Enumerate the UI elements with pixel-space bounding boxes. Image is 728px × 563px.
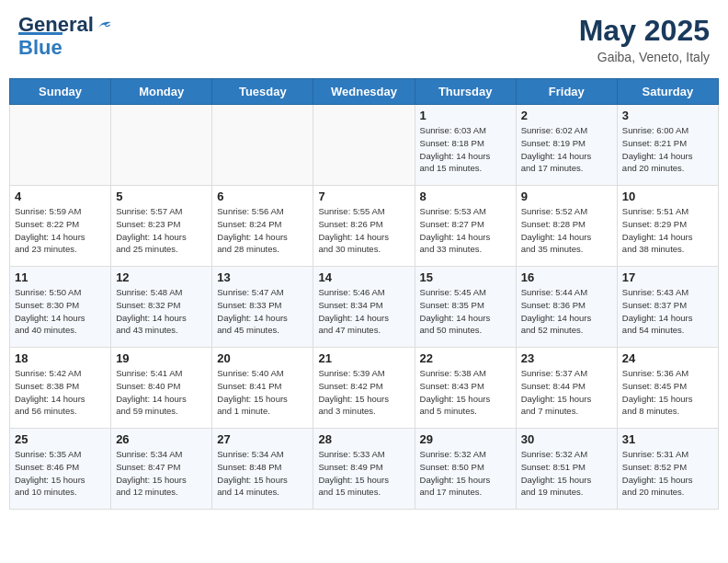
day-info: Sunrise: 5:45 AM Sunset: 8:35 PM Dayligh…	[420, 286, 511, 337]
day-number: 31	[622, 432, 713, 446]
day-number: 26	[116, 432, 207, 446]
calendar-cell: 30Sunrise: 5:32 AM Sunset: 8:51 PM Dayli…	[516, 429, 617, 510]
calendar-cell: 2Sunrise: 6:02 AM Sunset: 8:19 PM Daylig…	[516, 105, 617, 186]
day-header-wednesday: Wednesday	[313, 79, 415, 105]
calendar-cell	[111, 105, 212, 186]
day-info: Sunrise: 5:32 AM Sunset: 8:51 PM Dayligh…	[521, 448, 612, 499]
calendar-cell: 17Sunrise: 5:43 AM Sunset: 8:37 PM Dayli…	[617, 267, 718, 348]
day-number: 4	[15, 190, 106, 203]
day-number: 13	[217, 270, 308, 284]
day-number: 24	[622, 351, 713, 365]
logo: General Blue	[18, 14, 112, 60]
calendar-cell: 21Sunrise: 5:39 AM Sunset: 8:42 PM Dayli…	[313, 348, 415, 429]
logo-bird-icon	[96, 17, 112, 33]
calendar-cell	[212, 105, 313, 186]
calendar-cell: 20Sunrise: 5:40 AM Sunset: 8:41 PM Dayli…	[212, 348, 313, 429]
calendar-cell: 19Sunrise: 5:41 AM Sunset: 8:40 PM Dayli…	[111, 348, 212, 429]
day-info: Sunrise: 5:52 AM Sunset: 8:28 PM Dayligh…	[521, 205, 612, 256]
calendar-cell: 14Sunrise: 5:46 AM Sunset: 8:34 PM Dayli…	[313, 267, 415, 348]
calendar-cell: 15Sunrise: 5:45 AM Sunset: 8:35 PM Dayli…	[415, 267, 516, 348]
day-number: 9	[521, 190, 612, 203]
day-number: 19	[116, 351, 207, 365]
day-number: 5	[116, 190, 207, 203]
day-number: 21	[318, 351, 409, 365]
day-header-saturday: Saturday	[617, 79, 718, 105]
calendar-cell: 26Sunrise: 5:34 AM Sunset: 8:47 PM Dayli…	[111, 429, 212, 510]
calendar-cell: 13Sunrise: 5:47 AM Sunset: 8:33 PM Dayli…	[212, 267, 313, 348]
day-info: Sunrise: 5:39 AM Sunset: 8:42 PM Dayligh…	[318, 367, 409, 418]
day-number: 16	[521, 270, 612, 284]
day-header-friday: Friday	[516, 79, 617, 105]
day-number: 18	[15, 351, 106, 365]
day-number: 12	[116, 270, 207, 284]
day-header-sunday: Sunday	[10, 79, 111, 105]
day-info: Sunrise: 5:47 AM Sunset: 8:33 PM Dayligh…	[217, 286, 308, 337]
day-info: Sunrise: 5:32 AM Sunset: 8:50 PM Dayligh…	[420, 448, 511, 499]
day-header-monday: Monday	[111, 79, 212, 105]
day-info: Sunrise: 5:44 AM Sunset: 8:36 PM Dayligh…	[521, 286, 612, 337]
day-number: 29	[420, 432, 511, 446]
day-info: Sunrise: 5:33 AM Sunset: 8:49 PM Dayligh…	[318, 448, 409, 499]
day-info: Sunrise: 5:46 AM Sunset: 8:34 PM Dayligh…	[318, 286, 409, 337]
calendar-cell: 6Sunrise: 5:56 AM Sunset: 8:24 PM Daylig…	[212, 186, 313, 267]
day-info: Sunrise: 5:38 AM Sunset: 8:43 PM Dayligh…	[420, 367, 511, 418]
calendar-week-2: 4Sunrise: 5:59 AM Sunset: 8:22 PM Daylig…	[10, 186, 719, 267]
day-number: 6	[217, 190, 308, 203]
calendar-cell: 31Sunrise: 5:31 AM Sunset: 8:52 PM Dayli…	[617, 429, 718, 510]
day-number: 14	[318, 270, 409, 284]
day-info: Sunrise: 5:31 AM Sunset: 8:52 PM Dayligh…	[622, 448, 713, 499]
day-info: Sunrise: 5:34 AM Sunset: 8:48 PM Dayligh…	[217, 448, 308, 499]
calendar-cell: 4Sunrise: 5:59 AM Sunset: 8:22 PM Daylig…	[10, 186, 111, 267]
day-info: Sunrise: 5:50 AM Sunset: 8:30 PM Dayligh…	[15, 286, 106, 337]
calendar-cell: 12Sunrise: 5:48 AM Sunset: 8:32 PM Dayli…	[111, 267, 212, 348]
calendar-week-4: 18Sunrise: 5:42 AM Sunset: 8:38 PM Dayli…	[10, 348, 719, 429]
calendar-cell: 5Sunrise: 5:57 AM Sunset: 8:23 PM Daylig…	[111, 186, 212, 267]
calendar-cell: 11Sunrise: 5:50 AM Sunset: 8:30 PM Dayli…	[10, 267, 111, 348]
logo-blue: Blue	[18, 32, 63, 60]
day-number: 1	[420, 109, 511, 122]
day-info: Sunrise: 5:36 AM Sunset: 8:45 PM Dayligh…	[622, 367, 713, 418]
day-info: Sunrise: 5:40 AM Sunset: 8:41 PM Dayligh…	[217, 367, 308, 418]
day-number: 30	[521, 432, 612, 446]
calendar-cell: 7Sunrise: 5:55 AM Sunset: 8:26 PM Daylig…	[313, 186, 415, 267]
calendar-cell: 27Sunrise: 5:34 AM Sunset: 8:48 PM Dayli…	[212, 429, 313, 510]
day-info: Sunrise: 5:37 AM Sunset: 8:44 PM Dayligh…	[521, 367, 612, 418]
day-info: Sunrise: 5:35 AM Sunset: 8:46 PM Dayligh…	[15, 448, 106, 499]
calendar-week-5: 25Sunrise: 5:35 AM Sunset: 8:46 PM Dayli…	[10, 429, 719, 510]
day-info: Sunrise: 5:48 AM Sunset: 8:32 PM Dayligh…	[116, 286, 207, 337]
location: Gaiba, Veneto, Italy	[579, 50, 710, 64]
calendar-cell: 22Sunrise: 5:38 AM Sunset: 8:43 PM Dayli…	[415, 348, 516, 429]
calendar-cell: 23Sunrise: 5:37 AM Sunset: 8:44 PM Dayli…	[516, 348, 617, 429]
day-number: 27	[217, 432, 308, 446]
calendar-cell	[313, 105, 415, 186]
day-number: 15	[420, 270, 511, 284]
day-number: 17	[622, 270, 713, 284]
day-number: 23	[521, 351, 612, 365]
day-info: Sunrise: 6:02 AM Sunset: 8:19 PM Dayligh…	[521, 124, 612, 175]
day-header-tuesday: Tuesday	[212, 79, 313, 105]
calendar-cell: 24Sunrise: 5:36 AM Sunset: 8:45 PM Dayli…	[617, 348, 718, 429]
calendar-cell: 8Sunrise: 5:53 AM Sunset: 8:27 PM Daylig…	[415, 186, 516, 267]
day-number: 10	[622, 190, 713, 203]
day-header-thursday: Thursday	[415, 79, 516, 105]
day-info: Sunrise: 5:59 AM Sunset: 8:22 PM Dayligh…	[15, 205, 106, 256]
calendar-cell: 1Sunrise: 6:03 AM Sunset: 8:18 PM Daylig…	[415, 105, 516, 186]
day-info: Sunrise: 5:41 AM Sunset: 8:40 PM Dayligh…	[116, 367, 207, 418]
calendar-week-3: 11Sunrise: 5:50 AM Sunset: 8:30 PM Dayli…	[10, 267, 719, 348]
calendar-cell: 10Sunrise: 5:51 AM Sunset: 8:29 PM Dayli…	[617, 186, 718, 267]
day-number: 11	[15, 270, 106, 284]
calendar-cell: 18Sunrise: 5:42 AM Sunset: 8:38 PM Dayli…	[10, 348, 111, 429]
day-info: Sunrise: 6:00 AM Sunset: 8:21 PM Dayligh…	[622, 124, 713, 175]
page-header: General Blue May 2025 Gaiba, Veneto, Ita…	[9, 9, 719, 69]
calendar-table: SundayMondayTuesdayWednesdayThursdayFrid…	[9, 78, 719, 510]
day-number: 22	[420, 351, 511, 365]
day-number: 8	[420, 190, 511, 203]
calendar-cell: 9Sunrise: 5:52 AM Sunset: 8:28 PM Daylig…	[516, 186, 617, 267]
day-info: Sunrise: 5:51 AM Sunset: 8:29 PM Dayligh…	[622, 205, 713, 256]
day-number: 25	[15, 432, 106, 446]
calendar-cell: 29Sunrise: 5:32 AM Sunset: 8:50 PM Dayli…	[415, 429, 516, 510]
day-number: 20	[217, 351, 308, 365]
day-info: Sunrise: 5:34 AM Sunset: 8:47 PM Dayligh…	[116, 448, 207, 499]
calendar-week-1: 1Sunrise: 6:03 AM Sunset: 8:18 PM Daylig…	[10, 105, 719, 186]
calendar-header-row: SundayMondayTuesdayWednesdayThursdayFrid…	[10, 79, 719, 105]
